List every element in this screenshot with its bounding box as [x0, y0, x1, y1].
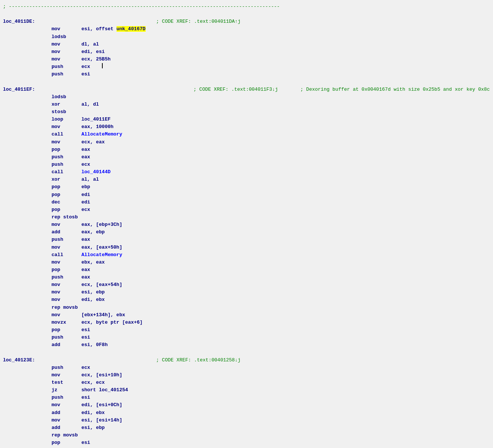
mov-mnemonic-9: mov	[52, 259, 81, 266]
push-eax-line-3: push eax	[0, 274, 493, 281]
indent-33	[3, 281, 52, 289]
movzx-operand: ecx, byte ptr [eax+6]	[81, 319, 143, 326]
add-esi-0f8h-line: add esi, 0F8h	[0, 341, 493, 349]
pop-mnemonic-3: pop	[52, 191, 81, 199]
push-ecx-line-1: push ecx	[0, 63, 493, 71]
mov-operand-9: ebx, eax	[81, 259, 105, 266]
mov-ecx-eax-line: mov ecx, eax	[0, 139, 493, 146]
empty-operands	[81, 18, 156, 25]
push-mnemonic-8: push	[52, 364, 81, 371]
indent-50	[3, 424, 52, 432]
pop-eax-line-2: pop eax	[0, 266, 493, 274]
pop-mnemonic-2: pop	[52, 183, 81, 191]
loc-4011ef-label: loc_4011EF:	[3, 86, 52, 93]
loc-40123e-label: loc_40123E:	[3, 357, 52, 364]
add-operand-4: esi, ebp	[81, 424, 105, 432]
loc-4011de-label: loc_4011DE:	[3, 18, 52, 25]
indent-10	[3, 108, 52, 116]
pop-mnemonic-5: pop	[52, 266, 81, 274]
loc-40123e-line: loc_40123E: ; CODE XREF: .text:00401258↓…	[0, 357, 493, 364]
empty-mn-3	[52, 357, 81, 364]
indent-32	[3, 274, 52, 281]
indent-34	[3, 289, 52, 296]
empty-mn-2	[52, 86, 81, 93]
call-operand-1: AllocateMemory	[81, 131, 122, 138]
indent-37	[3, 311, 52, 319]
mov-mnemonic-6: mov	[52, 139, 81, 146]
indent-35	[3, 296, 52, 304]
loc-4011de-line: loc_4011DE: ; CODE XREF: .text:004011DA↑…	[0, 18, 493, 25]
mov-edi-ebx-line: mov edi, ebx	[0, 296, 493, 304]
indent-18	[3, 168, 52, 176]
empty-op-3	[81, 357, 156, 364]
pop-mnemonic-1: pop	[52, 146, 81, 153]
push-mnemonic-5: push	[52, 236, 81, 243]
mov-eax-eax50h-line: mov eax, [eax+50h]	[0, 244, 493, 251]
xor-al-al-line: xor al, al	[0, 176, 493, 183]
movzx-mnemonic: movzx	[52, 319, 81, 326]
push-operand-2: esi	[81, 71, 90, 78]
call-operand-2: loc_40144D	[81, 168, 111, 176]
mov-operand-8: eax, [eax+50h]	[81, 244, 122, 251]
stosb-mnemonic: stosb	[52, 108, 81, 116]
indent-46	[3, 394, 52, 401]
mov-ecx-25b5h-line: mov ecx, 25B5h	[0, 56, 493, 63]
xor-mnemonic-2: xor	[52, 176, 81, 183]
mov-mnemonic-7: mov	[52, 221, 81, 228]
indent-28	[3, 244, 52, 251]
mov-operand-16: esi, [esi+14h]	[81, 417, 122, 424]
indent-44	[3, 379, 52, 386]
mov-operand-15: edi, [esi+0Ch]	[81, 401, 122, 409]
mov-mnemonic-14: mov	[52, 371, 81, 379]
indent-40	[3, 334, 52, 341]
mov-esi-esi14h-line: mov esi, [esi+14h]	[0, 417, 493, 424]
mov-mnemonic-4: mov	[52, 56, 81, 63]
indent-19	[3, 176, 52, 183]
mov-esi-ebp-line: mov esi, ebp	[0, 289, 493, 296]
rep-movsb-mnemonic-2: rep movsb	[52, 432, 78, 439]
indent-47	[3, 401, 52, 409]
indent-29	[3, 251, 52, 259]
indent-8	[3, 93, 52, 101]
indent-12	[3, 123, 52, 131]
rep-movsb-line-1: rep movsb	[0, 304, 493, 311]
indent-5	[3, 56, 52, 63]
pop-operand-2: ebp	[81, 183, 90, 191]
pop-mnemonic-4: pop	[52, 206, 81, 214]
push-mnemonic-1: push	[52, 63, 81, 71]
call-loc-40144d-line: call loc_40144D	[0, 168, 493, 176]
loop-mnemonic: loop	[52, 116, 81, 123]
xor-mnemonic-1: xor	[52, 101, 81, 108]
pop-operand-1: eax	[81, 146, 90, 153]
mov-mnemonic-1: mov	[52, 25, 81, 33]
rep-movsb-line-2: rep movsb	[0, 432, 493, 439]
mov-operand-13: [ebx+134h], ebx	[81, 311, 125, 319]
push-mnemonic-4: push	[52, 161, 81, 168]
indent-39	[3, 326, 52, 334]
indent-23	[3, 206, 52, 214]
lodsb-mnemonic-1: lodsb	[52, 33, 81, 41]
call-allocate-2-line: call AllocateMemory	[0, 251, 493, 259]
dec-operand: edi	[81, 199, 90, 206]
lodsb-line-2: lodsb	[0, 93, 493, 101]
indent-22	[3, 199, 52, 206]
pop-operand-3: edi	[81, 191, 90, 199]
add-mnemonic-2: add	[52, 341, 81, 349]
add-operand-3: edi, ebx	[81, 409, 105, 417]
indent-11	[3, 116, 52, 123]
indent-21	[3, 191, 52, 199]
push-mnemonic-7: push	[52, 334, 81, 341]
indent-27	[3, 236, 52, 243]
jz-operand: short loc_401254	[81, 386, 128, 394]
indent-7	[3, 71, 52, 78]
mov-eax-ebp3c-line: mov eax, [ebp+3Ch]	[0, 221, 493, 228]
indent-31	[3, 266, 52, 274]
spacer-cursor	[90, 63, 101, 71]
indent-38	[3, 319, 52, 326]
indent-1	[3, 25, 52, 33]
push-mnemonic-6: push	[52, 274, 81, 281]
push-ecx-line-2: push ecx	[0, 161, 493, 168]
indent-13	[3, 131, 52, 138]
pop-mnemonic-6: pop	[52, 326, 81, 334]
add-mnemonic-4: add	[52, 424, 81, 432]
